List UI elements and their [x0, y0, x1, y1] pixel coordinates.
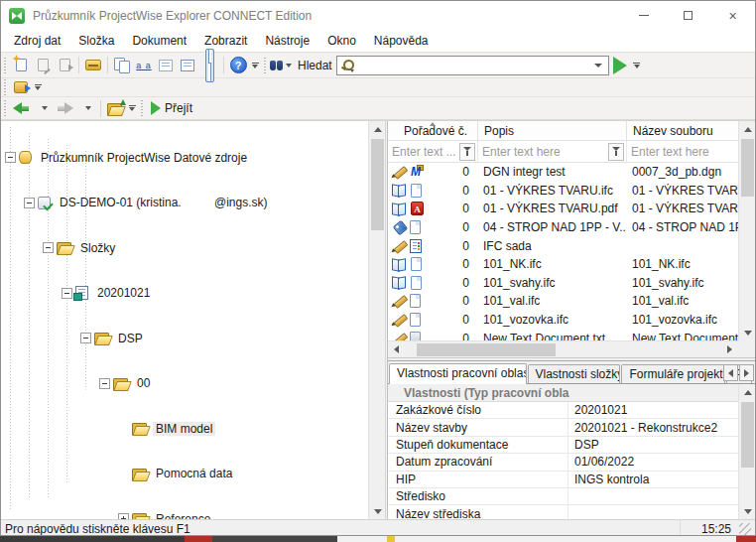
back-button[interactable]	[10, 97, 32, 119]
document-list-vertical-scrollbar[interactable]	[738, 121, 755, 340]
scrollbar-thumb[interactable]	[417, 343, 556, 356]
toolbar-grip[interactable]	[4, 100, 6, 116]
menu-item-help[interactable]: Nápověda	[365, 32, 438, 50]
document-row[interactable]: 001 - VÝKRES TVARU.pdf01 - VÝKRES TVARU.…	[388, 200, 738, 218]
maximize-button[interactable]	[666, 1, 710, 30]
search-dropdown-button[interactable]	[591, 57, 606, 74]
scrollbar-thumb[interactable]	[371, 139, 384, 230]
send-document-button[interactable]	[54, 55, 75, 76]
minimize-button[interactable]	[621, 1, 666, 30]
column-header-filename[interactable]: Název souboru	[626, 121, 738, 140]
tab-folder-properties[interactable]: Vlastnosti složky	[528, 364, 621, 383]
scroll-down-button[interactable]	[739, 503, 755, 519]
document-row[interactable]: 0101_svahy.ifc101_svahy.ifc	[388, 274, 738, 293]
properties-scrollbar[interactable]	[738, 384, 755, 519]
scroll-up-button[interactable]	[369, 121, 385, 137]
filter-input-description[interactable]	[478, 145, 608, 159]
forward-button[interactable]	[54, 97, 75, 119]
tab-workarea-properties[interactable]: Vlastnosti pracovní oblasti	[389, 363, 527, 384]
document-row[interactable]: 0DGN integr test0007_3d_pb.dgn	[388, 163, 738, 182]
scroll-up-button[interactable]	[739, 121, 756, 137]
menu-item-datasource[interactable]: Zdroj dat	[5, 32, 69, 50]
tree-item[interactable]: Reference	[1, 510, 368, 519]
toolbar-overflow-button[interactable]	[249, 59, 261, 72]
menu-item-tools[interactable]: Nástroje	[256, 32, 318, 50]
filter-input-filename[interactable]	[627, 145, 738, 159]
document-properties-button[interactable]	[32, 55, 54, 76]
toolbar-overflow-button[interactable]	[126, 101, 138, 115]
scroll-right-button[interactable]	[721, 341, 738, 358]
tree-expander[interactable]	[80, 333, 91, 343]
filter-input-sequence[interactable]	[388, 145, 459, 159]
tree-item[interactable]: 20201021	[1, 285, 368, 303]
filter-button[interactable]	[608, 143, 624, 161]
tree-item[interactable]: DS-DEMO-01 (kristina. @ings.sk)	[1, 195, 368, 212]
menu-item-window[interactable]: Okno	[318, 32, 365, 50]
find-button[interactable]	[270, 55, 292, 76]
scrollbar-thumb[interactable]	[741, 402, 754, 468]
close-button[interactable]: ×	[710, 1, 755, 30]
tree-expander[interactable]	[99, 378, 110, 389]
rename-button[interactable]: a a	[133, 55, 155, 76]
tree-expander[interactable]	[43, 242, 54, 253]
toolbar-grip[interactable]	[264, 58, 266, 73]
document-row[interactable]: 0101_val.ifc101_val.ifc	[388, 292, 738, 311]
tree-expander[interactable]	[5, 152, 16, 163]
scroll-down-button[interactable]	[369, 503, 385, 519]
filter-button[interactable]	[459, 143, 475, 161]
tree-scrollbar[interactable]	[368, 121, 385, 519]
tree-item[interactable]: 00	[1, 375, 368, 393]
parent-folder-button[interactable]	[104, 97, 126, 119]
tree-item[interactable]: Složky	[1, 239, 368, 257]
document-row[interactable]: 0101_NK.ifc101_NK.ifc	[388, 255, 738, 274]
forward-history-button[interactable]	[75, 97, 97, 119]
menu-item-view[interactable]: Zobrazit	[195, 32, 256, 50]
plot-button[interactable]	[82, 55, 104, 76]
document-row[interactable]: 001 - VÝKRES TVARU.ifc01 - VÝKRES TVARU.…	[388, 182, 738, 201]
toolbar-overflow-button[interactable]	[32, 80, 44, 94]
tree-item[interactable]: DSP	[1, 330, 368, 347]
toolbar-overflow-button[interactable]	[631, 59, 643, 72]
property-row: Název střediska	[388, 505, 738, 519]
tree-expander[interactable]	[24, 198, 35, 208]
toolbar-grip[interactable]	[4, 79, 6, 95]
scroll-left-button[interactable]	[388, 341, 405, 358]
document-row[interactable]: 0101_vozovka.ifc101_vozovka.ifc	[388, 311, 738, 330]
document-row[interactable]: 0IFC sada	[388, 236, 738, 255]
go-button[interactable]: Přejít	[147, 97, 192, 119]
scrollbar-thumb[interactable]	[741, 139, 754, 197]
properties-section-header[interactable]: Vlastnosti (Typ pracovní obla	[388, 384, 738, 402]
tab-scroll-left-button[interactable]	[723, 364, 738, 381]
interface-button[interactable]	[10, 79, 32, 96]
tab-project-forms[interactable]: Formuláře projektu	[621, 364, 725, 383]
search-go-button[interactable]	[609, 55, 631, 76]
search-combobox[interactable]	[336, 56, 609, 75]
toolbar-grip[interactable]	[4, 58, 6, 73]
help-button[interactable]	[227, 55, 249, 76]
tree-expander[interactable]	[118, 469, 129, 479]
column-header-description[interactable]: Popis	[477, 121, 626, 140]
tree-expander[interactable]	[118, 513, 129, 519]
tree-item[interactable]: Pomocná data	[1, 466, 368, 483]
copy-list-button[interactable]	[111, 55, 133, 76]
list-view-button[interactable]	[177, 55, 198, 76]
document-row[interactable]: 004 - STROP NAD 1PP - V...04 - STROP NAD…	[388, 218, 738, 237]
new-document-button[interactable]	[10, 55, 32, 76]
menu-item-folder[interactable]: Složka	[69, 32, 123, 50]
document-row[interactable]: 0New Text Document.txtNew Text Document	[388, 329, 738, 340]
tree-expander[interactable]	[118, 423, 129, 434]
scroll-up-button[interactable]	[739, 384, 755, 400]
scroll-down-button[interactable]	[739, 325, 756, 340]
menu-item-document[interactable]: Dokument	[123, 32, 195, 50]
detail-view-button[interactable]	[198, 55, 220, 76]
back-history-button[interactable]	[32, 97, 54, 119]
search-input[interactable]	[356, 58, 591, 73]
tab-scroll-right-button[interactable]	[739, 364, 754, 381]
small-list-view-button[interactable]	[155, 55, 177, 76]
resize-grip[interactable]	[739, 523, 751, 535]
document-list-horizontal-scrollbar[interactable]	[388, 340, 738, 357]
tree-item-selected[interactable]: BIM model	[1, 420, 368, 438]
tree-expander[interactable]	[62, 288, 72, 299]
tree-item[interactable]: Průzkumník ProjectWise Datové zdroje	[1, 149, 368, 167]
toolbar-grip[interactable]	[141, 100, 143, 116]
